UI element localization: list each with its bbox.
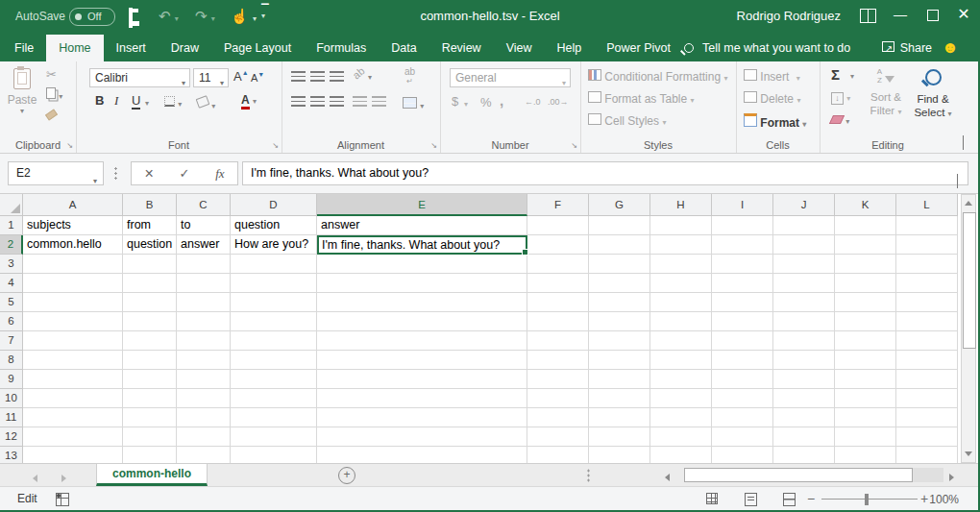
cell-G7[interactable] (589, 331, 650, 351)
cell-K7[interactable] (835, 331, 896, 351)
grow-font-button[interactable]: A▲ (233, 69, 249, 84)
zoom-level[interactable]: 100% (929, 493, 959, 506)
wrap-text-icon[interactable]: ab↵ (404, 67, 415, 85)
bold-button[interactable]: B (95, 93, 104, 108)
cell-B11[interactable] (123, 408, 177, 427)
cell-E8[interactable] (317, 351, 527, 370)
cell-F5[interactable] (527, 293, 589, 312)
cell-F6[interactable] (527, 312, 589, 331)
tab-home[interactable]: Home (46, 35, 103, 61)
cell-H1[interactable] (650, 216, 712, 235)
cell-A10[interactable] (23, 389, 123, 408)
cell-E6[interactable] (317, 312, 527, 331)
column-header-F[interactable]: F (527, 194, 589, 216)
font-name-caret-icon[interactable]: ▾ (182, 75, 185, 92)
tab-power-pivot[interactable]: Power Pivot (594, 35, 683, 61)
expand-formula-bar-icon[interactable] (957, 170, 958, 192)
cell-I3[interactable] (712, 255, 773, 274)
cell-E4[interactable] (317, 274, 527, 293)
cell-L11[interactable] (896, 408, 958, 427)
shrink-font-button[interactable]: A▼ (251, 71, 264, 84)
cell-F1[interactable] (527, 216, 589, 235)
bottom-align-icon[interactable] (330, 71, 344, 85)
cell-J4[interactable] (773, 274, 835, 293)
delete-cells-button[interactable]: Delete ▾ (744, 91, 800, 106)
accounting-caret-icon[interactable]: ▾ (464, 100, 468, 109)
new-sheet-button[interactable]: + (338, 467, 355, 484)
user-name[interactable]: Rodrigo Rodriguez (737, 9, 841, 23)
cell-B12[interactable] (123, 427, 177, 447)
paste-button[interactable]: Paste ▾ (6, 68, 38, 115)
cell-B3[interactable] (123, 255, 177, 274)
column-header-J[interactable]: J (773, 194, 835, 216)
tab-scroll-divider[interactable] (587, 469, 590, 482)
formula-input[interactable]: I'm fine, thanks. What about you? (242, 161, 968, 185)
cell-C13[interactable] (177, 447, 231, 463)
font-size-caret-icon[interactable]: ▾ (220, 75, 224, 92)
cell-I5[interactable] (712, 293, 773, 312)
cut-icon[interactable]: ✂ (46, 67, 57, 82)
font-name-combo[interactable]: Calibri▾ (89, 68, 190, 87)
cell-L4[interactable] (896, 274, 958, 293)
cell-B6[interactable] (123, 312, 177, 331)
format-cells-button[interactable]: Format ▾ (744, 113, 806, 130)
cell-C12[interactable] (177, 427, 231, 447)
cell-D13[interactable] (231, 447, 317, 463)
vertical-scrollbar[interactable] (961, 194, 976, 463)
cell-F4[interactable] (527, 274, 589, 293)
number-dialog-launcher-icon[interactable]: ↘ (571, 141, 577, 150)
cell-J10[interactable] (773, 389, 835, 408)
horizontal-scroll-thumb[interactable] (684, 468, 913, 482)
cell-I10[interactable] (712, 389, 773, 408)
cell-H5[interactable] (650, 293, 712, 312)
cell-C3[interactable] (177, 255, 231, 274)
clipboard-dialog-launcher-icon[interactable]: ↘ (66, 141, 73, 150)
scroll-up-icon[interactable] (962, 195, 975, 211)
cell-J1[interactable] (773, 216, 835, 235)
cell-C10[interactable] (177, 389, 231, 408)
cell-D2[interactable]: How are you? (231, 235, 317, 255)
cell-E3[interactable] (317, 255, 527, 274)
cell-F7[interactable] (527, 331, 589, 351)
tab-page-layout[interactable]: Page Layout (211, 35, 304, 61)
cell-J7[interactable] (773, 331, 835, 351)
cell-F2[interactable] (527, 235, 589, 255)
cell-K2[interactable] (835, 235, 896, 255)
cell-D10[interactable] (231, 389, 317, 408)
scroll-down-icon[interactable] (962, 446, 975, 462)
cell-B9[interactable] (123, 370, 177, 389)
tab-view[interactable]: View (494, 35, 545, 61)
cell-B4[interactable] (123, 274, 177, 293)
cell-F3[interactable] (527, 255, 589, 274)
cell-K8[interactable] (835, 351, 896, 370)
cell-D6[interactable] (231, 312, 317, 331)
cell-L5[interactable] (896, 293, 958, 312)
cell-H4[interactable] (650, 274, 712, 293)
column-header-E[interactable]: E (317, 194, 527, 216)
cell-C4[interactable] (177, 274, 231, 293)
top-align-icon[interactable] (291, 71, 306, 85)
cell-D11[interactable] (231, 408, 317, 427)
font-size-combo[interactable]: 11▾ (193, 68, 229, 87)
cell-C6[interactable] (177, 312, 231, 331)
cell-E11[interactable] (317, 408, 527, 427)
tab-formulas[interactable]: Formulas (304, 35, 379, 61)
cell-J13[interactable] (773, 447, 835, 463)
cell-A8[interactable] (23, 351, 123, 370)
row-header-6[interactable]: 6 (0, 312, 23, 331)
cell-F12[interactable] (527, 427, 589, 447)
autosum-caret-icon[interactable]: ▾ (850, 72, 854, 81)
percent-style-icon[interactable]: % (480, 95, 492, 110)
column-header-B[interactable]: B (123, 194, 177, 216)
underline-button[interactable]: U (132, 93, 140, 110)
scroll-left-icon[interactable] (665, 471, 670, 484)
increase-decimal-icon[interactable]: ←.0 (525, 97, 541, 107)
column-header-C[interactable]: C (177, 194, 231, 216)
cell-C1[interactable]: to (177, 216, 231, 235)
zoom-slider-thumb[interactable] (865, 494, 869, 505)
tab-help[interactable]: Help (545, 35, 595, 61)
format-as-table-button[interactable]: Format as Table ▾ (588, 91, 695, 106)
sheet-tab-common-hello[interactable]: common-hello (96, 464, 208, 486)
cell-I9[interactable] (712, 370, 773, 389)
minimize-button[interactable]: — (884, 0, 917, 29)
